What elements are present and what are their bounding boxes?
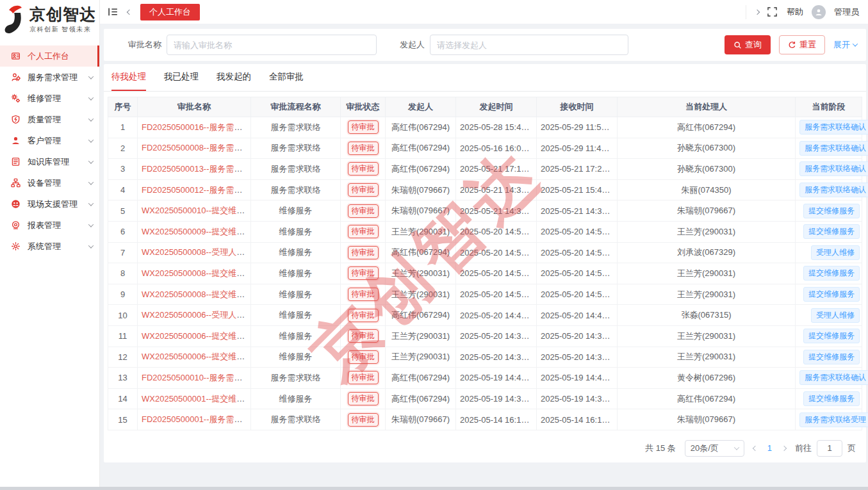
table-row: 6WX20250500009--提交维修服务维修服务待审批王兰芳(290031)… <box>108 221 862 242</box>
cell-index: 6 <box>108 221 138 242</box>
service-demand-icon <box>11 72 21 83</box>
approval-name-link[interactable]: WX20250500001--提交维修服务 <box>142 394 251 404</box>
system-icon <box>11 241 21 252</box>
approval-name-link[interactable]: WX20250500008--提交维修服务 <box>142 268 251 278</box>
stage-tag: 服务需求联络确认 <box>799 120 868 135</box>
reset-button[interactable]: 重置 <box>779 35 825 54</box>
cell-approval-name: WX20250500006--提交维修服务 <box>138 325 251 347</box>
approval-name-input[interactable] <box>167 35 377 55</box>
approval-name-link[interactable]: WX20250500010--提交维修服务 <box>142 206 251 215</box>
sidebar-item-9[interactable]: 报表管理 <box>0 215 99 236</box>
prev-page-button[interactable] <box>753 446 757 450</box>
approval-name-link[interactable]: FD20250500012--服务需求联络确认 <box>142 185 251 195</box>
cell-status: 待审批 <box>341 325 386 347</box>
cell-stage: 提交维修服务 <box>796 200 862 222</box>
sidebar-item-4[interactable]: 质量管理 <box>0 109 99 130</box>
cell-initiator: 高红伟(067294) <box>386 138 456 159</box>
approval-name-link[interactable]: WX20250500006--受理人维修 <box>142 310 251 320</box>
cell-approval-name: FD20250500008--服务需求联络确认 <box>138 138 251 159</box>
expand-toggle[interactable]: 展开 <box>833 39 857 51</box>
query-button[interactable]: 查询 <box>725 35 771 54</box>
repair-icon <box>11 94 21 104</box>
approval-name-link[interactable]: WX20250500008--受理人维修 <box>142 247 251 257</box>
goto-label: 前往 <box>795 443 812 454</box>
cell-initiator: 高红伟(067294) <box>386 305 456 326</box>
cell-process-name: 服务需求联络 <box>251 117 341 138</box>
cell-approval-name: WX20250500008--提交维修服务 <box>138 263 251 284</box>
table-row: 3FD20250500013--服务需求联络确认服务需求联络待审批高红伟(067… <box>108 159 862 180</box>
sidebar-item-3[interactable]: 维修管理 <box>0 88 99 109</box>
approval-name-link[interactable]: WX20250500006--提交维修服务 <box>142 331 251 341</box>
sidebar-item-2[interactable]: 服务需求管理 <box>0 67 99 88</box>
chevron-down-icon <box>853 41 858 46</box>
collapse-menu-icon[interactable] <box>108 6 119 17</box>
column-header-7: 接收时间 <box>537 97 618 117</box>
table-row: 9WX20250500008--提交维修服务维修服务待审批王兰芳(290031)… <box>108 284 862 305</box>
sidebar-item-label: 报表管理 <box>28 220 89 231</box>
table-row: 15FD20250500001--服务需求联络受理服务需求联络待审批朱瑞朝(07… <box>108 409 862 430</box>
cell-stage: 服务需求联络确认 <box>796 368 862 389</box>
tab-1[interactable]: 待我处理 <box>111 64 146 91</box>
column-header-6: 发起时间 <box>456 97 537 117</box>
cell-approval-name: WX20250500010--提交维修服务 <box>138 200 251 222</box>
sidebar-item-8[interactable]: 现场支援管理 <box>0 193 99 215</box>
page-size-select[interactable]: 20条/页 <box>685 440 744 457</box>
cell-start-time: 2025-05-20 14:55:44 <box>456 221 537 242</box>
workbench-card: 待我处理我已处理我发起的全部审批 序号审批名称审批流程名称审批状态发起人发起时间… <box>104 64 866 462</box>
tabs-scroll-left-icon[interactable] <box>127 10 131 14</box>
fullscreen-icon[interactable] <box>767 6 778 17</box>
status-badge: 待审批 <box>348 183 379 197</box>
approval-name-link[interactable]: WX20250500009--提交维修服务 <box>142 227 251 236</box>
stage-tag: 服务需求联络确认 <box>799 161 868 176</box>
tab-2[interactable]: 我已处理 <box>164 64 199 91</box>
help-link[interactable]: 帮助 <box>787 6 803 18</box>
next-page-button[interactable] <box>782 446 786 450</box>
sidebar-item-7[interactable]: 设备管理 <box>0 172 99 193</box>
approval-name-link[interactable]: FD20250500008--服务需求联络确认 <box>142 143 251 152</box>
cell-start-time: 2025-05-19 14:48:56 <box>456 368 537 389</box>
breadcrumb-tab-active[interactable]: 个人工作台 <box>140 4 200 20</box>
cell-index: 9 <box>108 284 138 305</box>
stage-tag: 提交维修服务 <box>803 350 860 364</box>
cell-status: 待审批 <box>341 200 386 222</box>
status-badge: 待审批 <box>348 225 379 238</box>
table-row: 4FD20250500012--服务需求联络确认服务需求联络待审批朱瑞朝(079… <box>108 179 862 200</box>
cell-process-name: 服务需求联络 <box>251 138 341 159</box>
cell-initiator: 王兰芳(290031) <box>386 263 456 284</box>
approval-name-link[interactable]: FD20250500010--服务需求联络确认 <box>142 373 251 382</box>
avatar[interactable] <box>812 5 826 19</box>
horizontal-scrollbar[interactable] <box>0 487 868 490</box>
sidebar-item-10[interactable]: 系统管理 <box>0 236 99 257</box>
goto-page-input[interactable] <box>817 440 842 457</box>
sidebar-item-1[interactable]: 个人工作台 <box>0 45 99 67</box>
sidebar-item-6[interactable]: 知识库管理 <box>0 151 99 172</box>
approval-name-link[interactable]: WX20250500008--提交维修服务 <box>142 290 251 299</box>
approval-name-link[interactable]: FD20250500013--服务需求联络确认 <box>142 164 251 174</box>
page-number-1[interactable]: 1 <box>766 443 773 453</box>
tab-4[interactable]: 全部审批 <box>269 64 304 91</box>
sidebar-item-5[interactable]: 客户管理 <box>0 130 99 151</box>
cell-receive-time: 2025-05-21 17:20:52 <box>537 159 618 180</box>
cell-status: 待审批 <box>341 368 386 389</box>
table-row: 14WX20250500001--提交维修服务维修服务待审批高红伟(067294… <box>108 388 862 409</box>
cell-index: 13 <box>108 368 138 389</box>
cell-handler: 孙晓东(067300) <box>618 138 796 159</box>
tabs-scroll-right-icon[interactable] <box>755 10 759 14</box>
approval-name-link[interactable]: FD20250500016--服务需求联络确认 <box>142 122 251 132</box>
tab-3[interactable]: 我发起的 <box>217 64 251 91</box>
table-row: 12WX20250500006--提交维修服务维修服务待审批王兰芳(290031… <box>108 347 862 368</box>
cell-start-time: 2025-05-16 16:01:32 <box>456 138 537 159</box>
cell-receive-time: 2025-05-29 11:49:28 <box>537 138 618 159</box>
approval-name-link[interactable]: WX20250500006--提交维修服务 <box>142 352 251 361</box>
cell-receive-time: 2025-05-14 16:10:37 <box>537 409 618 430</box>
cell-process-name: 维修服务 <box>251 242 341 263</box>
cell-start-time: 2025-05-20 14:39:36 <box>456 325 537 347</box>
cell-stage: 服务需求联络确认 <box>796 117 862 138</box>
approval-name-link[interactable]: FD20250500001--服务需求联络受理 <box>142 414 251 424</box>
cell-status: 待审批 <box>341 117 386 138</box>
filter-bar: 审批名称 发起人 查询 重置 展开 <box>104 29 866 61</box>
initiator-input[interactable] <box>430 35 628 55</box>
cell-status: 待审批 <box>341 179 386 200</box>
cell-status: 待审批 <box>341 409 386 430</box>
user-name[interactable]: 管理员 <box>834 6 859 18</box>
